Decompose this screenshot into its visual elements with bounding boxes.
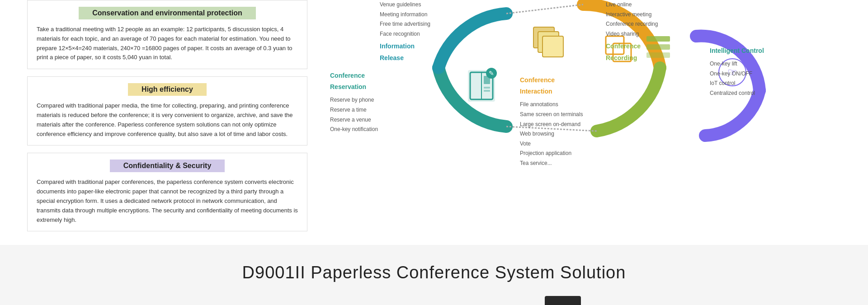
info-item-2: Meeting information	[380, 10, 430, 20]
speaker-tall	[545, 296, 581, 305]
equipment-row: MX2500II Professional Stereo Amplifier	[27, 296, 841, 305]
speaker-group: D6563 Full Rang Speaker	[545, 296, 613, 305]
recording-title: ConferenceRecording	[606, 42, 641, 61]
diagram-container: ✎ ☞	[326, 0, 841, 172]
recording-item-3: Conference recording	[606, 19, 658, 29]
interaction-item-4: Web browsing	[520, 129, 583, 139]
info-release-title: InformationRelease	[380, 42, 415, 61]
right-column: ✎ ☞	[326, 0, 841, 231]
intelligent-item-1: One-key lift	[710, 59, 764, 69]
intelligent-title: Intelligent Control	[710, 45, 764, 56]
conservation-body: Take a traditional meeting with 12 peopl…	[37, 25, 298, 62]
efficiency-body: Compared with traditional paper media, t…	[37, 101, 298, 139]
confidentiality-title: Confidentiality & Security	[110, 160, 225, 172]
interaction-item-1: File annotations	[520, 100, 583, 110]
conservation-title-bar: Conservation and environmental protectio…	[37, 7, 298, 19]
diagram-labels: ConferenceReservation Reserve by phone R…	[326, 0, 841, 172]
intelligent-labels: Intelligent Control One-key lift One-key…	[710, 45, 764, 99]
efficiency-title-bar: High efficiency	[37, 83, 298, 96]
page-wrapper: Conservation and environmental protectio…	[0, 0, 868, 305]
confidentiality-box: Confidentiality & Security Compared with…	[27, 153, 307, 231]
info-item-1: Venue guidelines	[380, 0, 430, 10]
intelligent-item-3: IoT control	[710, 79, 764, 89]
interaction-title: ConferenceInteraction	[520, 75, 583, 97]
confidentiality-title-bar: Confidentiality & Security	[37, 160, 298, 172]
reservation-item-4: One-key notification	[330, 125, 378, 135]
speaker-main-box	[545, 296, 581, 305]
interaction-item-3: Large screen on-demand	[520, 120, 583, 130]
interaction-item-7: Tea service...	[520, 159, 583, 169]
info-release-title-wrapper: InformationRelease	[380, 41, 430, 63]
bottom-title: D9001II Paperless Conference System Solu…	[27, 263, 841, 282]
info-release-labels: Venue guidelines Meeting information Fre…	[380, 0, 430, 64]
reservation-item-1: Reserve by phone	[330, 95, 378, 105]
recording-title-wrapper: ConferenceRecording	[606, 41, 658, 63]
top-section: Conservation and environmental protectio…	[0, 0, 868, 231]
reservation-item-2: Reserve a time	[330, 105, 378, 115]
recording-item-1: Live online	[606, 0, 658, 10]
interaction-item-6: Projection application	[520, 149, 583, 159]
intelligent-item-4: Centralized control	[710, 89, 764, 99]
reservation-item-3: Reserve a venue	[330, 115, 378, 125]
reservation-labels: ConferenceReservation Reserve by phone R…	[330, 70, 378, 135]
conservation-title: Conservation and environmental protectio…	[79, 7, 256, 19]
bottom-section: D9001II Paperless Conference System Solu…	[0, 245, 868, 305]
info-item-4: Face recognition	[380, 29, 430, 39]
recording-item-4: Video sharing	[606, 29, 658, 39]
reservation-title: ConferenceReservation	[330, 70, 378, 93]
efficiency-title: High efficiency	[128, 83, 207, 96]
interaction-item-5: Vote	[520, 139, 583, 149]
recording-item-2: Interactive meeting	[606, 10, 658, 20]
speaker-pair	[545, 296, 613, 305]
conservation-box: Conservation and environmental protectio…	[27, 0, 307, 69]
confidentiality-body: Compared with traditional paper conferen…	[37, 178, 298, 225]
interaction-labels: ConferenceInteraction File annotations S…	[520, 75, 583, 169]
left-column: Conservation and environmental protectio…	[27, 0, 307, 231]
efficiency-box: High efficiency Compared with traditiona…	[27, 76, 307, 145]
interaction-item-2: Same screen on terminals	[520, 110, 583, 120]
recording-labels: Live online Interactive meeting Conferen…	[606, 0, 658, 64]
intelligent-item-2: One-key ON/OFF	[710, 69, 764, 79]
info-item-3: Free time advertising	[380, 19, 430, 29]
